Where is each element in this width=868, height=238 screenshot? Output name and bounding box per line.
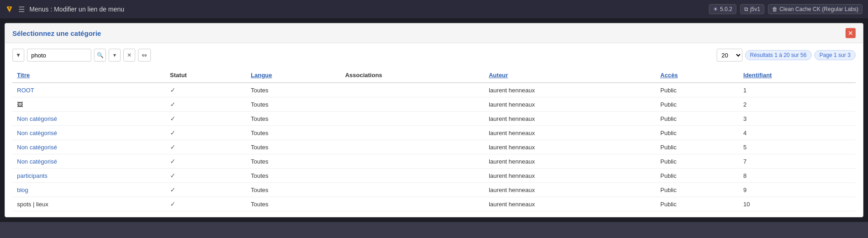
search-icon: 🔍 xyxy=(97,52,104,58)
modal-title: Sélectionnez une catégorie xyxy=(12,29,101,37)
cell-statut: ✓ xyxy=(166,169,246,183)
col-auteur-link[interactable]: Auteur xyxy=(489,72,508,79)
cell-identifiant: 10 xyxy=(739,197,856,211)
expand-button[interactable]: ⇔ xyxy=(138,49,151,62)
cell-acces: Public xyxy=(656,97,739,112)
cell-acces: Public xyxy=(656,183,739,197)
check-icon: ✓ xyxy=(170,86,176,94)
cell-auteur: laurent henneaux xyxy=(484,197,656,211)
cell-titre: blog xyxy=(12,183,166,197)
titre-link[interactable]: participants xyxy=(17,172,47,179)
j5v1-button[interactable]: ⧉ j5v1 xyxy=(740,4,764,14)
per-page-select[interactable]: 5 10 15 20 25 30 50 100 xyxy=(717,49,742,62)
topbar-actions: ☀ 5.0.2 ⧉ j5v1 🗑 Clean Cache CK (Regular… xyxy=(709,4,862,14)
cell-acces: Public xyxy=(656,169,739,183)
cell-langue: Toutes xyxy=(246,126,341,140)
cell-statut: ✓ xyxy=(166,97,246,112)
titre-link[interactable]: Non catégorisé xyxy=(17,144,57,151)
cell-langue: Toutes xyxy=(246,112,341,126)
col-acces-link[interactable]: Accès xyxy=(660,72,678,79)
cell-statut: ✓ xyxy=(166,183,246,197)
table-row: 🖼✓Touteslaurent henneauxPublic2 xyxy=(12,97,856,112)
cell-statut: ✓ xyxy=(166,197,246,211)
col-titre-link[interactable]: Titre xyxy=(17,72,30,79)
page-title: Menus : Modifier un lien de menu xyxy=(29,6,704,13)
check-icon: ✓ xyxy=(170,200,176,208)
dropdown-icon: ▼ xyxy=(16,52,21,58)
cell-identifiant: 9 xyxy=(739,183,856,197)
cell-identifiant: 7 xyxy=(739,154,856,169)
col-acces: Accès xyxy=(656,68,739,83)
filter-button[interactable]: ▾ xyxy=(109,49,121,62)
filter-icon: ▾ xyxy=(113,52,116,58)
table-row: participants✓Touteslaurent henneauxPubli… xyxy=(12,169,856,183)
modal-overlay: Sélectionnez une catégorie ✕ ▼ 🔍 ▾ ✕ xyxy=(0,18,868,222)
cell-acces: Public xyxy=(656,154,739,169)
cell-titre: 🖼 xyxy=(12,97,166,112)
cell-identifiant: 1 xyxy=(739,83,856,97)
cell-identifiant: 2 xyxy=(739,97,856,112)
modal-close-button[interactable]: ✕ xyxy=(846,28,856,38)
dropdown-filter-button[interactable]: ▼ xyxy=(12,49,24,62)
cell-statut: ✓ xyxy=(166,140,246,154)
results-badge: Résultats 1 à 20 sur 56 xyxy=(745,50,812,60)
hamburger-icon[interactable]: ☰ xyxy=(18,5,25,14)
table-row: Non catégorisé✓Touteslaurent henneauxPub… xyxy=(12,154,856,169)
titre-link[interactable]: Non catégorisé xyxy=(17,130,57,136)
cell-acces: Public xyxy=(656,83,739,97)
cell-identifiant: 8 xyxy=(739,169,856,183)
cell-titre: spots | lieux xyxy=(12,197,166,211)
cell-langue: Toutes xyxy=(246,169,341,183)
cell-identifiant: 3 xyxy=(739,112,856,126)
cell-langue: Toutes xyxy=(246,140,341,154)
cell-acces: Public xyxy=(656,112,739,126)
check-icon: ✓ xyxy=(170,172,176,179)
search-input[interactable] xyxy=(27,49,91,62)
cell-titre: ROOT xyxy=(12,83,166,97)
trash-icon: 🗑 xyxy=(772,6,778,12)
check-icon: ✓ xyxy=(170,158,176,165)
titre-link[interactable]: Non catégorisé xyxy=(17,115,57,122)
clean-cache-button[interactable]: 🗑 Clean Cache CK (Regular Labs) xyxy=(768,4,862,14)
col-identifiant-link[interactable]: Identifiant xyxy=(743,72,772,79)
cell-auteur: laurent henneaux xyxy=(484,183,656,197)
titre-link[interactable]: ROOT xyxy=(17,87,34,94)
col-auteur: Auteur xyxy=(484,68,656,83)
cell-auteur: laurent henneaux xyxy=(484,154,656,169)
search-button[interactable]: 🔍 xyxy=(94,49,106,62)
cell-titre: Non catégorisé xyxy=(12,126,166,140)
col-langue-link[interactable]: Langue xyxy=(251,72,272,79)
clear-button[interactable]: ✕ xyxy=(123,49,135,62)
cell-auteur: laurent henneaux xyxy=(484,83,656,97)
check-icon: ✓ xyxy=(170,143,176,151)
table-row: spots | lieux✓Touteslaurent henneauxPubl… xyxy=(12,197,856,211)
cell-associations xyxy=(341,112,484,126)
cache-label: Clean Cache CK (Regular Labs) xyxy=(780,6,858,12)
cell-auteur: laurent henneaux xyxy=(484,126,656,140)
table-row: blog✓Touteslaurent henneauxPublic9 xyxy=(12,183,856,197)
table-row: Non catégorisé✓Touteslaurent henneauxPub… xyxy=(12,140,856,154)
table-row: ROOT✓Touteslaurent henneauxPublic1 xyxy=(12,83,856,97)
table-header-row: Titre Statut Langue Associations Auteur … xyxy=(12,68,856,83)
cell-associations xyxy=(341,183,484,197)
cell-statut: ✓ xyxy=(166,154,246,169)
cell-identifiant: 4 xyxy=(739,126,856,140)
cell-associations xyxy=(341,126,484,140)
titre-link[interactable]: Non catégorisé xyxy=(17,158,57,165)
cell-identifiant: 5 xyxy=(739,140,856,154)
cell-titre: Non catégorisé xyxy=(12,112,166,126)
table-container: Titre Statut Langue Associations Auteur … xyxy=(12,68,856,211)
cell-associations xyxy=(341,154,484,169)
titre-link[interactable]: blog xyxy=(17,187,28,193)
brightness-button[interactable]: ☀ 5.0.2 xyxy=(709,4,736,14)
check-icon: ✓ xyxy=(170,129,176,136)
cell-langue: Toutes xyxy=(246,197,341,211)
cell-associations xyxy=(341,97,484,112)
cell-titre: participants xyxy=(12,169,166,183)
cell-acces: Public xyxy=(656,140,739,154)
brightness-icon: ☀ xyxy=(713,6,718,12)
cell-langue: Toutes xyxy=(246,154,341,169)
cell-statut: ✓ xyxy=(166,112,246,126)
cell-langue: Toutes xyxy=(246,83,341,97)
cell-langue: Toutes xyxy=(246,97,341,112)
